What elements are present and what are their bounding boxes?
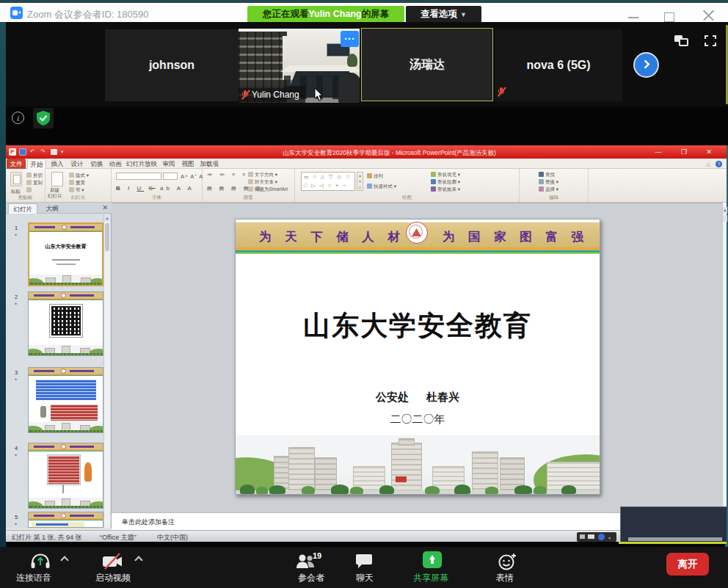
smartart-button[interactable]: 转换为SmartArt [248, 186, 288, 193]
audio-options-chevron[interactable] [60, 556, 68, 564]
participant-name: johnson [149, 59, 194, 72]
reactions-icon[interactable] [498, 552, 518, 574]
muted-mic-icon [241, 90, 249, 100]
chat-icon[interactable] [354, 553, 374, 573]
group-paragraph: ≔ ≕ ≡ ≡ ▤ ▤ ▤ ▤ ▥ 文字方向 ▾ 对齐文本 ▾ 转换为Smart… [203, 169, 295, 202]
shapes-gallery[interactable]: ▭ ○ △ ▽ ◇ ☆□ ▷ ◁ ○ + ~ [301, 172, 355, 191]
reactions-label[interactable]: 表情 [496, 572, 514, 584]
align-text-button[interactable]: 对齐文本 ▾ [248, 179, 277, 186]
panel-tab-slides[interactable]: 幻灯片 [8, 203, 37, 214]
tab-animation[interactable]: 动画 [106, 159, 124, 169]
tab-addins[interactable]: 加载项 [198, 159, 220, 169]
help-icon[interactable]: ? [716, 161, 722, 167]
slide-thumb-3[interactable] [28, 367, 103, 433]
shape-outline-button[interactable]: 形状轮廓 ▾ [431, 179, 460, 186]
close-button[interactable] [702, 9, 715, 22]
tab-review[interactable]: 审阅 [160, 159, 178, 169]
panel-scrollbar[interactable]: ▲ [103, 214, 110, 528]
cut-button[interactable]: 剪切 [26, 173, 43, 179]
editor-scrollbar[interactable]: ▲ [722, 203, 727, 512]
tile-more-options-button[interactable]: ... [341, 31, 359, 47]
paste-button[interactable] [10, 172, 22, 186]
encryption-shield-icon[interactable] [33, 108, 54, 128]
gallery-view-icon[interactable] [674, 35, 689, 47]
meeting-info-icon[interactable]: i [12, 112, 24, 124]
join-audio-icon[interactable] [29, 552, 51, 574]
panel-tab-outline[interactable]: 大纲 [39, 203, 65, 214]
ribbon: 粘贴 剪切 复制 剪贴板 新建 幻灯片 版式 ▾ 重置 节 ▾ 幻灯片 A^ A… [6, 169, 727, 203]
thumb-number: 2 [15, 294, 18, 300]
panel-close-icon[interactable]: ✕ [102, 204, 108, 211]
thumb-number: 5 [15, 514, 18, 520]
font-name-box[interactable] [116, 173, 161, 180]
join-audio-label[interactable]: 连接语音 [16, 572, 51, 584]
format-painter-button[interactable] [26, 187, 33, 192]
participant-tile-tang[interactable]: 汤瑞达 [361, 28, 493, 101]
view-options-dropdown[interactable]: 查看选项▼ [406, 6, 481, 23]
share-screen-icon[interactable] [423, 551, 442, 568]
start-video-icon[interactable] [101, 552, 125, 574]
save-icon[interactable] [19, 148, 26, 156]
slide-thumb-1[interactable]: 山东大学安全教育 [28, 222, 103, 286]
ppt-status-bar: 幻灯片 第 1 张, 共 94 张 “Office 主题” 中文(中国) ▾ [6, 530, 727, 542]
ribbon-tab-row: 文件 开始 插入 设计 切换 动画 幻灯片放映 审阅 视图 加载项 ? △ [6, 159, 727, 169]
find-button[interactable]: 查找 [539, 172, 555, 178]
thumb-qr-code [50, 305, 82, 337]
new-slide-icon[interactable] [51, 172, 63, 186]
thumb-number: 1 [15, 225, 18, 231]
tab-design[interactable]: 设计 [68, 159, 86, 169]
zoom-window: Zoom 会议参会者ID: 180590 您正在观看Yulin Chang的屏幕… [0, 0, 728, 588]
zoom-titlebar: Zoom 会议参会者ID: 180590 您正在观看Yulin Chang的屏幕… [0, 3, 728, 22]
redo-icon[interactable]: ↷ [40, 148, 46, 155]
slideshow-icon[interactable] [51, 149, 57, 155]
start-video-label[interactable]: 启动视频 [95, 572, 131, 584]
group-drawing: ▭ ○ △ ▽ ◇ ☆□ ▷ ◁ ○ + ~ ▲▼≡ 排列 快速样式 ▾ 形状填… [295, 169, 520, 202]
shape-fill-button[interactable]: 形状填充 ▾ [431, 172, 460, 178]
quick-styles-button[interactable]: 快速样式 ▾ [367, 184, 396, 190]
ribbon-minimize-icon[interactable]: △ [707, 161, 710, 167]
campus-picture [236, 435, 600, 494]
slide-thumb-5[interactable] [28, 512, 103, 528]
video-strip: johnson ... Yulin Chang 汤瑞达 nova 6 (5G) [0, 22, 728, 106]
text-direction-button[interactable]: 文字方向 ▾ [248, 172, 277, 178]
tab-view[interactable]: 视图 [179, 159, 197, 169]
share-screen-label[interactable]: 共享屏幕 [413, 572, 448, 584]
slide-editor[interactable]: 为 天 下 储 人 材 为 国 家 图 富 强 山东大学安全教育 公安处杜春兴 … [235, 219, 600, 495]
shapes-scroll[interactable]: ▲▼≡ [357, 172, 363, 191]
ppt-window-controls[interactable]: — ❐ ✕ [655, 148, 721, 156]
select-button[interactable]: 选择 ▾ [539, 186, 558, 193]
leave-meeting-button[interactable]: 离开 [666, 553, 709, 576]
shape-effects-button[interactable]: 形状效果 ▾ [431, 186, 460, 193]
copy-button[interactable]: 复制 [26, 180, 43, 186]
participant-tile-johnson[interactable]: johnson [105, 29, 239, 101]
tab-file[interactable]: 文件 [7, 159, 26, 169]
chat-label[interactable]: 聊天 [356, 572, 374, 584]
list-buttons[interactable]: ≔ ≕ ≡ ≡ [207, 172, 248, 178]
thumb-screen-red [48, 455, 80, 484]
tab-slideshow[interactable]: 幻灯片放映 [125, 159, 158, 169]
section-button[interactable]: 节 ▾ [69, 187, 84, 194]
arrange-button[interactable]: 排列 [367, 173, 383, 180]
font-grow-shrink[interactable]: A^ Aˇ A [181, 173, 203, 180]
undo-icon[interactable]: ↶ [30, 148, 35, 155]
tab-insert[interactable]: 插入 [48, 159, 66, 169]
slide-thumb-4[interactable] [28, 443, 103, 509]
status-mini-widget[interactable]: ▾ [577, 532, 616, 542]
tab-transition[interactable]: 切换 [88, 159, 106, 169]
font-size-box[interactable] [163, 173, 178, 180]
fullscreen-icon[interactable] [705, 35, 716, 46]
slide-thumb-2[interactable] [28, 291, 103, 356]
participant-tile-nova[interactable]: nova 6 (5G) [495, 29, 622, 101]
banner-motto-right: 为 国 家 图 富 强 [443, 229, 589, 245]
font-style-buttons[interactable]: B I U S ab A A [116, 185, 194, 192]
reset-button[interactable]: 重置 [69, 180, 85, 186]
powerpoint-window: P ↶ ↷ ▾ 山东大学安全教育2020秋季学期最后版 - Microsoft … [6, 145, 727, 542]
participants-label[interactable]: 参会者 [298, 572, 324, 584]
qat-dropdown-icon[interactable]: ▾ [61, 149, 64, 155]
tab-home[interactable]: 开始 [27, 159, 46, 169]
replace-button[interactable]: 替换 ▾ [539, 179, 558, 186]
next-participants-button[interactable] [633, 52, 659, 78]
maximize-button[interactable] [664, 12, 674, 22]
video-options-chevron[interactable] [134, 556, 142, 564]
layout-button[interactable]: 版式 ▾ [69, 173, 89, 179]
